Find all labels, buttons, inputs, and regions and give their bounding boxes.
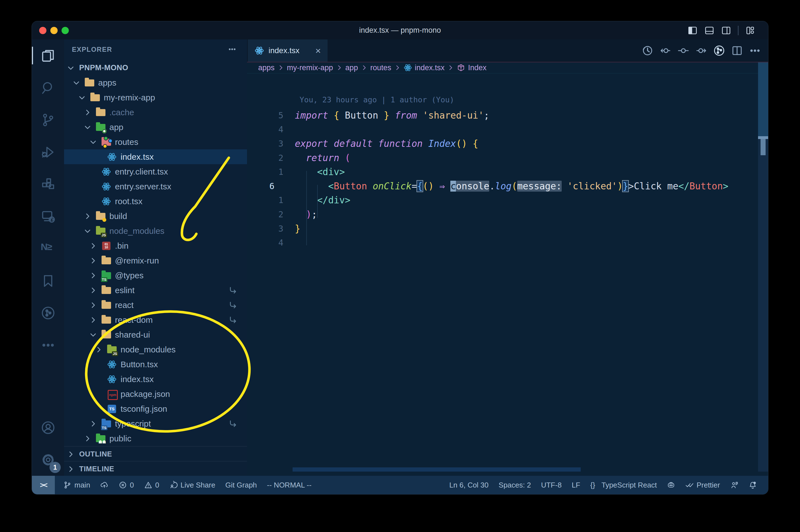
- code-line[interactable]: 4: [247, 235, 768, 250]
- tree-item-pnpm-mono[interactable]: PNPM-MONO: [64, 60, 247, 75]
- tree-item-my-remix-app[interactable]: my-remix-app: [64, 90, 247, 105]
- timeline-section[interactable]: TIMELINE: [64, 461, 247, 476]
- breadcrumb-item-index-tsx[interactable]: index.tsx: [404, 63, 445, 72]
- status-cursor-position[interactable]: Ln 6, Col 30: [449, 481, 489, 490]
- git-circle-bright-icon[interactable]: [713, 45, 725, 57]
- layout-customize-icon[interactable]: [745, 25, 755, 36]
- code-line[interactable]: 1 </div>: [247, 193, 768, 208]
- chevron-right-icon[interactable]: [89, 256, 101, 265]
- chevron-right-icon[interactable]: [95, 345, 107, 354]
- breadcrumb-item-routes[interactable]: routes: [370, 63, 391, 72]
- code-line[interactable]: 6 <Button onClick={() ⇒ console.log(mess…: [247, 179, 768, 193]
- activity-item-remote-explorer[interactable]: [32, 200, 64, 232]
- activity-item-nx-console[interactable]: N≥: [32, 232, 64, 265]
- activity-item-settings[interactable]: 1: [32, 443, 64, 476]
- activity-item-more[interactable]: [32, 329, 64, 361]
- tree-item-apps[interactable]: apps: [64, 75, 247, 90]
- layout-sidebar-left-icon[interactable]: [688, 25, 698, 36]
- status-feedback[interactable]: [730, 481, 739, 489]
- breadcrumb-item-index[interactable]: Index: [457, 63, 487, 72]
- code-line[interactable]: 2 );: [247, 207, 768, 222]
- activity-item-accounts[interactable]: [32, 412, 64, 443]
- chevron-right-icon[interactable]: [84, 212, 96, 221]
- code-line[interactable]: 5import { Button } from 'shared-ui';: [247, 108, 768, 122]
- status-warning-count[interactable]: 0: [144, 481, 159, 490]
- code-area[interactable]: 5import { Button } from 'shared-ui';43ex…: [247, 108, 768, 250]
- tree-item-build[interactable]: build: [64, 209, 247, 224]
- breadcrumb-item-apps[interactable]: apps: [258, 63, 275, 72]
- title-bar[interactable]: index.tsx — pnpm-mono: [32, 21, 768, 40]
- status-error-count[interactable]: 0: [119, 481, 134, 490]
- chevron-right-icon[interactable]: [89, 420, 101, 428]
- tree-item-app[interactable]: app: [64, 120, 247, 135]
- remote-indicator[interactable]: ><: [32, 476, 55, 494]
- activity-item-search[interactable]: [32, 72, 64, 104]
- code-line[interactable]: 3export default function Index() {: [247, 136, 768, 151]
- close-tab-icon[interactable]: ×: [315, 46, 321, 55]
- horizontal-scrollbar[interactable]: [292, 468, 581, 472]
- chevron-down-icon[interactable]: [78, 93, 90, 102]
- status-eol[interactable]: LF: [572, 481, 580, 490]
- tree-item-routes[interactable]: routes: [64, 135, 247, 149]
- breadcrumb-item-app[interactable]: app: [345, 63, 358, 72]
- tree-item-react-dom[interactable]: react-dom: [64, 312, 247, 327]
- tab-index-tsx[interactable]: index.tsx ×: [248, 39, 327, 62]
- status-copilot[interactable]: [667, 481, 675, 489]
- chevron-down-icon[interactable]: [67, 64, 79, 72]
- chevron-down-icon[interactable]: [84, 227, 96, 235]
- activity-item-git-graph[interactable]: [32, 297, 64, 329]
- tree-item-root-tsx[interactable]: root.tsx: [64, 194, 247, 209]
- tree-item--types[interactable]: TS@types: [64, 268, 247, 283]
- explorer-more-actions-icon[interactable]: [227, 45, 237, 53]
- split-editor-icon[interactable]: [731, 45, 743, 57]
- activity-item-bookmarks[interactable]: [32, 265, 64, 297]
- code-line[interactable]: 1 <div>: [247, 165, 768, 179]
- chevron-right-icon[interactable]: [89, 286, 101, 294]
- next-change-icon[interactable]: [696, 45, 707, 57]
- status-branch-indicator[interactable]: main: [63, 481, 90, 490]
- tree-item--remix-run[interactable]: @remix-run: [64, 253, 247, 268]
- tree-item-eslint[interactable]: eslint: [64, 283, 247, 298]
- layout-sidebar-right-icon[interactable]: [721, 25, 731, 36]
- vertical-scrollbar-slider[interactable]: [758, 62, 768, 137]
- tree-item-entry-client-tsx[interactable]: entry.client.tsx: [64, 164, 247, 179]
- chevron-right-icon[interactable]: [89, 316, 101, 324]
- chevron-down-icon[interactable]: [84, 123, 96, 131]
- prev-change-icon[interactable]: [660, 45, 671, 57]
- activity-item-extensions[interactable]: [32, 168, 64, 200]
- tree-item-react[interactable]: react: [64, 298, 247, 312]
- outline-section[interactable]: OUTLINE: [64, 446, 247, 461]
- activity-item-run-debug[interactable]: [32, 136, 64, 168]
- tree-item-button-tsx[interactable]: Button.tsx: [64, 357, 247, 372]
- chevron-down-icon[interactable]: [73, 79, 85, 87]
- layout-panel-icon[interactable]: [704, 25, 715, 36]
- breadcrumb-item-my-remix-app[interactable]: my-remix-app: [287, 63, 333, 72]
- activity-item-explorer[interactable]: [32, 39, 64, 72]
- chevron-down-icon[interactable]: [89, 330, 101, 339]
- status-prettier[interactable]: Prettier: [685, 481, 720, 490]
- tree-item-node-modules[interactable]: JSnode_modules: [64, 342, 247, 357]
- tree-item-index-tsx[interactable]: index.tsx: [64, 372, 247, 386]
- status-vim-mode[interactable]: -- NORMAL --: [267, 481, 311, 490]
- chevron-right-icon[interactable]: [89, 271, 101, 280]
- more-actions-icon[interactable]: [749, 45, 761, 57]
- tree-item--bin[interactable]: 0110.bin: [64, 238, 247, 253]
- gitlens-icon[interactable]: [678, 45, 689, 57]
- chevron-down-icon[interactable]: [89, 138, 101, 146]
- code-line[interactable]: 3}: [247, 222, 768, 236]
- tree-item-shared-ui[interactable]: shared-ui: [64, 327, 247, 342]
- chevron-right-icon[interactable]: [84, 434, 96, 443]
- status-live-share[interactable]: Live Share: [169, 481, 215, 490]
- code-line[interactable]: 4: [247, 122, 768, 137]
- tree-item--cache[interactable]: .cache: [64, 105, 247, 120]
- code-line[interactable]: 2 return (: [247, 151, 768, 165]
- breadcrumb[interactable]: appsmy-remix-appapproutesindex.tsxIndex: [247, 62, 768, 74]
- tree-item-node-modules[interactable]: JSnode_modules: [64, 224, 247, 238]
- status-git-graph[interactable]: Git Graph: [226, 481, 257, 490]
- chevron-right-icon[interactable]: [89, 301, 101, 309]
- status-language-mode[interactable]: {}TypeScript React: [590, 481, 657, 490]
- status-encoding[interactable]: UTF-8: [541, 481, 562, 490]
- tree-item-tsconfig-json[interactable]: TStsconfig.json: [64, 401, 247, 416]
- tree-item-entry-server-tsx[interactable]: entry.server.tsx: [64, 179, 247, 194]
- status-publish-changes[interactable]: [100, 481, 109, 489]
